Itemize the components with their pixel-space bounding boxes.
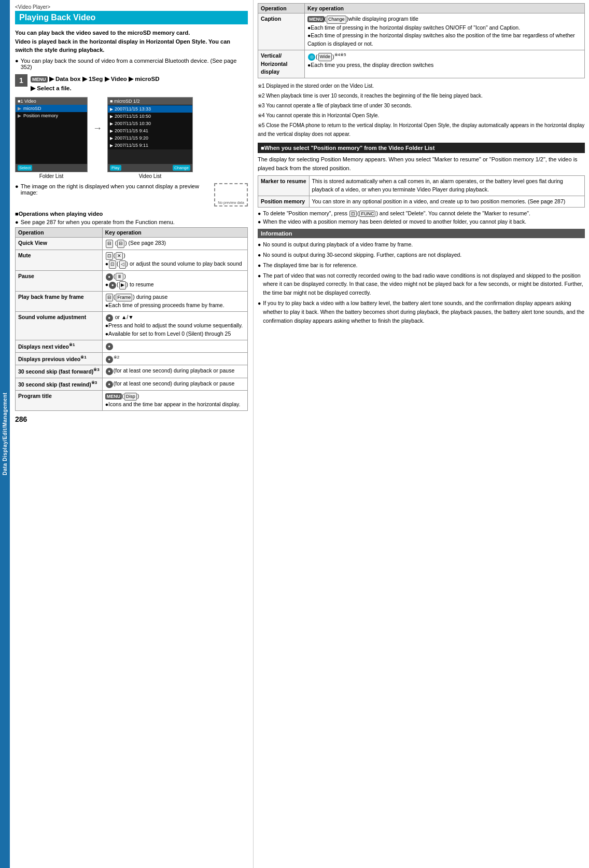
position-memory-header: ■When you select "Position memory" from …: [258, 143, 585, 153]
video-date-4[interactable]: ▶ 2007/11/15 9:41: [108, 127, 192, 134]
key-prev-video: ●※2: [102, 352, 247, 365]
caption-menu-key: MENU: [307, 16, 325, 22]
change-btn[interactable]: Change: [173, 165, 190, 171]
resume-circle-key: ●: [109, 282, 116, 289]
ref1b: ※1: [80, 355, 86, 360]
footnote-4: ※4 You cannot operate this in Horizontal…: [258, 111, 585, 120]
folder-item-microsd-text: microSD: [23, 106, 41, 111]
video-date-2[interactable]: ▶ 2007/11/15 10:50: [108, 113, 192, 120]
video-date-1[interactable]: ▶ 2007/11/15 13:33: [108, 105, 192, 113]
position-memory-header-text: ■When you select "Position memory" from …: [261, 145, 434, 151]
info-bullet-4: The part of video that was not correctly…: [258, 271, 585, 297]
func-label: FUNC: [359, 211, 375, 217]
video-icon-3: ▶: [110, 121, 113, 126]
no-preview-label: No preview data: [218, 201, 244, 205]
video-date-3[interactable]: ▶ 2007/11/15 10:30: [108, 120, 192, 127]
video-screen-titlebar: ■ microSD 1/2: [108, 98, 192, 105]
table-row: Vertical/Horizontaldisplay ◎(Wide)※4※5 ●…: [258, 50, 585, 78]
info-bullet-5: If you try to play back a video with a l…: [258, 299, 585, 325]
info-bullet-1: No sound is output during playback of a …: [258, 240, 585, 249]
fwd-key: ●: [106, 368, 113, 375]
note-preview-bullet: ● The image on the right is displayed wh…: [15, 183, 210, 196]
op-pause: Pause: [16, 270, 103, 291]
select-btn[interactable]: Select: [18, 165, 32, 171]
key-mute: ⊡(✕) ●⊡(◁) or adjust the sound volume to…: [102, 250, 247, 270]
sidebar-label: Data Display/Edit/Management: [0, 0, 10, 868]
bullet-dot: ●: [15, 183, 19, 189]
table-row: 30 second skip (fast forward)※3 ●(for at…: [16, 365, 248, 378]
op-position-memory: Position memory: [258, 196, 310, 208]
page-number-text: 286: [15, 415, 27, 423]
note-preview-text: The image on the right is displayed when…: [21, 183, 210, 196]
video-list-screenshot: ■ microSD 1/2 ▶ 2007/11/15 13:33 ▶ 2007/…: [107, 97, 193, 179]
arrow-between: →: [93, 97, 102, 134]
func-key: ⊡: [349, 211, 357, 217]
video-date-4-text: 2007/11/15 9:41: [115, 128, 148, 133]
footnote-3: ※3 You cannot operate a file of playback…: [258, 101, 585, 110]
ref3a: ※3: [93, 367, 99, 372]
op-marker-to-resume: Marker to resume: [258, 176, 310, 196]
position-memory-text: You can store in any optional position i…: [312, 198, 566, 204]
position-bullet-1: To delete "Position memory", press ⊡(FUN…: [258, 210, 585, 217]
right-operations-table: Operation Key operation Caption MENU(Cha…: [258, 3, 585, 78]
key-pause: ●(⏸) ●●(▶) to resume: [102, 270, 247, 291]
frame-key: ⊟: [106, 294, 113, 302]
page-title: Playing Back Video: [15, 11, 248, 24]
op-program-title: Program title: [16, 390, 103, 410]
info-bullet-3: The displayed time bar is for reference.: [258, 261, 585, 270]
op-col-header: Operation: [16, 228, 103, 238]
disp-key: Disp: [124, 393, 137, 401]
page-title-text: Playing Back Video: [19, 13, 95, 22]
position-bullet-2-text: When the video with a position memory ha…: [263, 218, 526, 225]
key-quick-view: ⊟ (⊟) (See page 283): [102, 238, 247, 250]
video-date-6-text: 2007/11/15 9:11: [115, 143, 148, 148]
qv-key: ⊟: [117, 240, 124, 248]
op-prev-video: Displays previous video※1: [16, 352, 103, 365]
video-date-6[interactable]: ▶ 2007/11/15 9:11: [108, 142, 192, 149]
video-date-5[interactable]: ▶ 2007/11/15 9:20: [108, 134, 192, 142]
table-row: Mute ⊡(✕) ●⊡(◁) or adjust the sound volu…: [16, 250, 248, 270]
position-memory-desc-text: The display for selecting Position Memor…: [258, 156, 578, 171]
position-bullet-2: When the video with a position memory ha…: [258, 218, 585, 225]
right-op-col-header: Operation: [258, 4, 305, 13]
op-skip-forward: 30 second skip (fast forward)※3: [16, 365, 103, 378]
table-row: 30 second skip (fast rewind)※3 ●(for at …: [16, 378, 248, 390]
resume-key: ▶: [119, 281, 126, 290]
page-number: 286: [15, 415, 248, 423]
video-list-screen: ■ microSD 1/2 ▶ 2007/11/15 13:33 ▶ 2007/…: [107, 97, 193, 172]
op-caption: Caption: [258, 13, 305, 50]
right-panel: Operation Key operation Caption MENU(Cha…: [254, 0, 589, 868]
video-icon-5: ▶: [110, 136, 113, 141]
pause-key: ⏸: [116, 273, 123, 281]
folder-screen-bottom: Select: [16, 164, 87, 172]
next-key: ●: [106, 343, 113, 350]
wide-key: Wide: [318, 53, 332, 61]
operations-header-text: ■Operations when playing video: [15, 211, 103, 217]
folder-item-microsd[interactable]: ▶ microSD: [16, 105, 87, 112]
folder-item-position[interactable]: ▶ Position memory: [16, 112, 87, 119]
menu-key2: MENU: [105, 393, 122, 399]
screenshots-row: ■1 Video ▶ microSD ▶ Position memory Sel…: [15, 97, 248, 179]
sound-circle: ●: [106, 314, 113, 322]
video-screen-title: ■ microSD 1/2: [110, 99, 139, 104]
step1-number: 1: [15, 74, 27, 87]
step1-container: 1 MENU ▶ Data box ▶ 1Seg ▶ Video ▶ micro…: [15, 74, 248, 93]
info-content: No sound is output during playback of a …: [258, 240, 585, 325]
info-bullet-2-text: No sound is output during 30-second skip…: [263, 251, 461, 259]
change-key: Change: [327, 16, 346, 24]
folder-screen-title: ■1 Video: [18, 99, 36, 104]
no-preview-text: No preview data: [218, 201, 244, 204]
info-bullet-1-text: No sound is output during playback of a …: [263, 240, 413, 249]
table-row: Program title MENU(Disp) ●Icons and the …: [16, 390, 248, 410]
play-btn[interactable]: Play: [110, 165, 121, 171]
note-preview-row: ● The image on the right is displayed wh…: [15, 183, 248, 206]
ref5: ※5: [340, 52, 346, 57]
table-row: Displays previous video※1 ●※2: [16, 352, 248, 365]
info-header-text: Information: [261, 230, 292, 237]
video-date-3-text: 2007/11/15 10:30: [115, 121, 151, 126]
table-row: Displays next video※1 ●: [16, 340, 248, 352]
video-date-2-text: 2007/11/15 10:50: [115, 114, 151, 119]
ref1: ※1: [69, 342, 75, 347]
ref3b: ※3: [91, 380, 97, 385]
key-caption: MENU(Change)while displaying program tit…: [305, 13, 585, 50]
